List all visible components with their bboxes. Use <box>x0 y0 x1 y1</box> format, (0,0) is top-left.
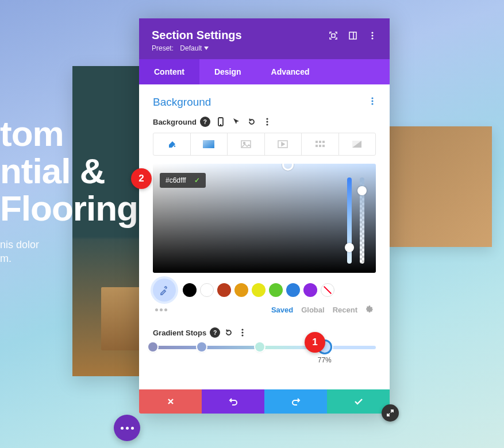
gradient-stop[interactable] <box>148 342 157 352</box>
hero-text: tom ntial & Flooring nis dolorm. <box>0 115 149 265</box>
bg-type-video[interactable] <box>265 133 302 155</box>
check-icon[interactable]: ✓ <box>194 176 200 184</box>
gradient-stop[interactable] <box>197 342 206 352</box>
gradient-stop-percent: 77% <box>318 356 332 364</box>
modal-footer <box>139 389 390 414</box>
svg-rect-1 <box>349 32 356 39</box>
swatch-red[interactable] <box>217 283 231 297</box>
drag-handle-icon[interactable] <box>153 308 167 311</box>
svg-point-5 <box>371 37 373 39</box>
hero-subtext: nis dolorm. <box>0 238 149 265</box>
bg-type-fill[interactable] <box>153 133 191 155</box>
tab-content[interactable]: Content <box>139 59 199 84</box>
caret-down-icon <box>204 47 209 50</box>
gradient-stop[interactable] <box>255 342 264 352</box>
swatch-white[interactable] <box>200 283 214 297</box>
hex-input-pill[interactable]: #c6dfff ✓ <box>160 173 206 188</box>
reset-icon[interactable] <box>224 327 234 338</box>
tab-bar: Content Design Advanced <box>139 59 390 84</box>
hover-icon[interactable] <box>231 117 241 127</box>
alpha-handle[interactable] <box>357 186 367 195</box>
svg-point-25 <box>242 329 244 330</box>
save-button[interactable] <box>327 389 390 414</box>
svg-point-6 <box>371 97 373 99</box>
modal-header: Section Settings Preset: Default <box>139 18 390 59</box>
palette-tab-global[interactable]: Global <box>301 306 324 314</box>
section-menu-icon[interactable] <box>369 95 376 110</box>
svg-point-27 <box>242 334 244 336</box>
alpha-slider[interactable] <box>360 177 364 264</box>
swatch-purple[interactable] <box>303 283 317 297</box>
field-menu-icon[interactable] <box>237 327 248 338</box>
palette-tab-recent[interactable]: Recent <box>333 306 357 314</box>
more-fab[interactable] <box>114 415 140 441</box>
svg-point-12 <box>266 121 268 122</box>
callout-1: 1 <box>305 332 325 353</box>
svg-rect-24 <box>322 145 325 147</box>
swatch-orange[interactable] <box>234 283 248 297</box>
tab-advanced[interactable]: Advanced <box>256 59 325 84</box>
hex-value: #c6dfff <box>166 176 186 184</box>
help-icon[interactable]: ? <box>200 117 210 127</box>
responsive-icon[interactable] <box>216 117 226 127</box>
svg-point-8 <box>371 103 373 105</box>
svg-point-13 <box>266 123 268 125</box>
svg-rect-21 <box>322 141 325 143</box>
bg-type-gradient[interactable] <box>191 133 228 155</box>
eyedropper-button[interactable] <box>153 279 176 302</box>
tab-design[interactable]: Design <box>199 59 256 84</box>
gear-icon[interactable] <box>366 305 374 315</box>
svg-point-3 <box>371 32 373 33</box>
background-field-label: Background <box>153 118 197 126</box>
panel-layout-icon[interactable] <box>348 31 357 40</box>
gradient-track[interactable]: 77% <box>153 346 376 349</box>
svg-rect-0 <box>332 34 335 37</box>
bg-type-pattern[interactable] <box>302 133 339 155</box>
undo-button[interactable] <box>202 389 264 414</box>
field-menu-icon[interactable] <box>262 117 272 127</box>
hero-image-right <box>388 126 492 247</box>
expand-icon[interactable] <box>382 404 399 422</box>
svg-rect-22 <box>316 145 318 147</box>
hue-handle[interactable] <box>345 243 354 252</box>
swatch-green[interactable] <box>269 283 283 297</box>
swatch-transparent[interactable] <box>321 283 334 297</box>
svg-rect-23 <box>319 145 321 147</box>
svg-rect-15 <box>203 140 214 148</box>
callout-2: 2 <box>131 168 152 189</box>
swatch-yellow[interactable] <box>252 283 266 297</box>
svg-rect-20 <box>319 141 321 143</box>
background-section-title[interactable]: Background <box>153 96 211 109</box>
modal-body: Background Background ? <box>139 84 390 389</box>
svg-point-11 <box>266 118 268 119</box>
swatch-black[interactable] <box>183 283 197 297</box>
svg-point-4 <box>371 34 373 36</box>
bg-type-mask[interactable] <box>339 133 376 155</box>
swatch-row <box>153 279 376 302</box>
focus-icon[interactable] <box>329 31 338 40</box>
reset-icon[interactable] <box>247 117 257 127</box>
svg-rect-19 <box>316 141 318 143</box>
hue-slider[interactable] <box>347 177 352 264</box>
sv-handle[interactable] <box>282 164 294 171</box>
color-saturation-value-area[interactable]: #c6dfff ✓ <box>153 164 376 273</box>
kebab-icon[interactable] <box>368 31 377 40</box>
svg-point-26 <box>242 331 244 333</box>
palette-tab-saved[interactable]: Saved <box>271 306 293 314</box>
redo-button[interactable] <box>264 389 327 414</box>
help-icon[interactable]: ? <box>210 327 220 338</box>
gradient-stops-label: Gradient Stops <box>153 329 206 337</box>
modal-title: Section Settings <box>152 29 242 42</box>
svg-point-7 <box>371 100 373 102</box>
hero-heading: tom ntial & Flooring <box>0 115 149 227</box>
background-type-tabs <box>153 133 376 156</box>
cancel-button[interactable] <box>139 389 202 414</box>
swatch-blue[interactable] <box>286 283 300 297</box>
bg-type-image[interactable] <box>228 133 265 155</box>
preset-selector[interactable]: Preset: Default <box>152 44 242 52</box>
section-settings-modal: Section Settings Preset: Default Content… <box>139 18 390 414</box>
